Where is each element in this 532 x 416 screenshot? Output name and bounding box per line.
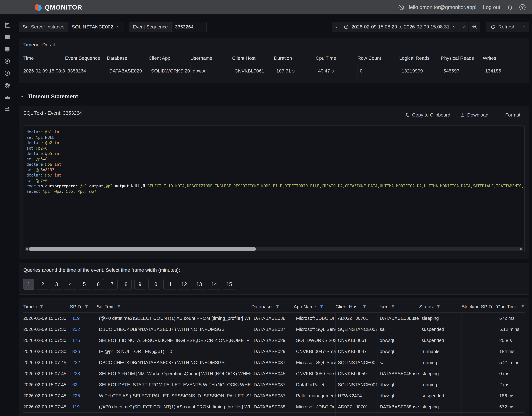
spid-link[interactable]: 121: [72, 415, 80, 416]
support-headset-icon[interactable]: [507, 4, 513, 10]
cell-cpu-time: 672 ms: [497, 401, 524, 412]
column-header[interactable]: Time ↑: [23, 302, 70, 312]
column-header[interactable]: Sql Text: [97, 302, 251, 312]
column-header[interactable]: Blocking SPID: [462, 302, 497, 312]
filter-funnel-icon[interactable]: [391, 305, 395, 309]
spid-link[interactable]: 119: [72, 316, 80, 321]
column-header[interactable]: App Name: [294, 302, 335, 312]
minute-button[interactable]: 6: [93, 279, 104, 290]
spid-link[interactable]: 223: [72, 371, 80, 376]
bar-chart-icon[interactable]: [4, 22, 10, 28]
spid-link[interactable]: 62: [72, 382, 78, 387]
cell-writes: 134185: [483, 64, 524, 78]
column-header[interactable]: SPID: [70, 302, 97, 312]
minute-button[interactable]: 10: [148, 279, 160, 290]
history-clock-icon[interactable]: [4, 70, 10, 76]
cell-username: dbwsql: [190, 64, 232, 78]
minute-button[interactable]: 14: [208, 279, 220, 290]
scrollbar-thumb[interactable]: [29, 247, 256, 251]
table-row: 2026-02-09 15:07:45 232 DBCC CHECKDB(N'D…: [23, 357, 524, 368]
download-icon: [460, 113, 465, 117]
time-range-group: 2026-02-09 15:08:29 to 2026-02-09 15:08:…: [332, 22, 468, 32]
table-row: 2026-02-09 15:07:45 121 WITH CTE AS ( SE…: [23, 413, 524, 416]
cell-client-host: CNVKBL0059: [335, 368, 377, 379]
format-button[interactable]: Format: [498, 112, 520, 118]
cell-client-host: HZWK0450: [335, 413, 377, 416]
help-icon[interactable]: ?: [519, 4, 526, 10]
refresh-button[interactable]: Refresh: [486, 22, 519, 32]
servers-icon[interactable]: [4, 34, 10, 40]
cell-app-name: SOLIDWORKS 2024: [294, 335, 335, 346]
column-header[interactable]: Cpu Time: [497, 302, 524, 312]
cell-status: running: [419, 379, 462, 390]
filter-funnel-icon[interactable]: [496, 305, 497, 309]
brand-title: QMONITOR: [45, 3, 82, 11]
minute-button[interactable]: 4: [65, 279, 76, 290]
cell-status: sleeping: [419, 313, 462, 324]
filter-funnel-icon[interactable]: [276, 305, 279, 309]
spid-link[interactable]: 326: [72, 349, 80, 354]
minute-button[interactable]: 2: [37, 279, 48, 290]
horizontal-scrollbar[interactable]: [25, 247, 523, 251]
logout-link[interactable]: Log out: [483, 4, 500, 10]
scrollbar-left-arrow[interactable]: [26, 247, 28, 251]
download-button[interactable]: Download: [460, 112, 488, 118]
table-row: 2026-02-09 15:07:45 62 SELECT DATE_START…: [23, 379, 524, 390]
minute-button[interactable]: 3: [51, 279, 62, 290]
column-header: Cpu Time: [316, 54, 357, 64]
column-header[interactable]: Client Host: [335, 302, 377, 312]
spid-link[interactable]: 119: [72, 404, 80, 409]
minute-button[interactable]: 9: [135, 279, 145, 290]
cell-spid: 223: [70, 368, 97, 379]
time-shift-back-button[interactable]: [332, 22, 340, 32]
minute-button[interactable]: 5: [79, 279, 90, 290]
scrollbar-right-arrow[interactable]: [520, 247, 522, 251]
spid-link[interactable]: 232: [72, 327, 80, 332]
copy-to-clipboard-button[interactable]: Copy to Clipboard: [405, 112, 450, 118]
cell-spid: 225: [70, 390, 97, 401]
crown-icon[interactable]: [4, 94, 10, 101]
record-target-icon[interactable]: [4, 58, 10, 64]
filter-funnel-icon[interactable]: [363, 305, 366, 309]
filter-funnel-icon[interactable]: [85, 305, 89, 309]
spid-link[interactable]: 232: [72, 360, 80, 365]
minute-button[interactable]: 13: [193, 279, 205, 290]
minute-button[interactable]: 11: [163, 279, 175, 290]
filter-funnel-icon[interactable]: [117, 305, 121, 309]
minute-button[interactable]: 12: [178, 279, 190, 290]
spid-link[interactable]: 225: [72, 393, 80, 398]
minute-button[interactable]: 7: [107, 279, 118, 290]
instance-select[interactable]: SQLINSTANCE002: [68, 22, 124, 32]
cell-blocking-spid: [462, 390, 497, 401]
chevron-down-icon: [20, 94, 24, 99]
column-header[interactable]: Status: [419, 302, 462, 312]
filter-funnel-icon[interactable]: [521, 305, 525, 309]
zoom-out-button[interactable]: [469, 22, 480, 32]
chevron-right-icon: [462, 25, 466, 29]
time-shift-forward-button[interactable]: [460, 22, 468, 32]
gear-settings-icon[interactable]: [4, 82, 10, 88]
minute-button-label: 15: [227, 281, 232, 287]
database-icon[interactable]: [4, 46, 10, 52]
refresh-icon: [490, 24, 496, 29]
sql-code-editor[interactable]: declare @p1 intset @p1=NULLdeclare @p2 i…: [23, 125, 524, 252]
filter-funnel-icon[interactable]: [39, 305, 43, 309]
sequence-input[interactable]: [172, 22, 207, 32]
timeout-statement-section-toggle[interactable]: Timeout Statement: [20, 93, 529, 100]
column-header[interactable]: User: [377, 302, 419, 312]
minute-button[interactable]: 1: [23, 279, 34, 290]
minute-button[interactable]: 8: [121, 279, 131, 290]
cell-spid: 232: [70, 357, 97, 368]
refresh-interval-button[interactable]: [519, 22, 529, 32]
minute-button[interactable]: 15: [223, 279, 235, 290]
time-range-picker[interactable]: 2026-02-09 15:08:29 to 2026-02-09 15:08:…: [340, 22, 460, 32]
user-greeting[interactable]: Hello qmonitor@qmonitor.app!: [398, 4, 476, 10]
spid-link[interactable]: 175: [72, 338, 80, 343]
cell-database: DATABASE037: [251, 324, 294, 335]
filter-funnel-icon[interactable]: [320, 305, 324, 309]
table-row: 2026-02-09 15:07:30 175 SELECT T,ID,NOTA…: [23, 335, 524, 346]
transfer-arrows-icon[interactable]: [4, 106, 10, 113]
filter-funnel-icon[interactable]: [436, 305, 440, 309]
column-header[interactable]: Database: [251, 302, 294, 312]
main-content: Sql Server Instance SQLINSTANCE002 Event…: [14, 14, 532, 416]
